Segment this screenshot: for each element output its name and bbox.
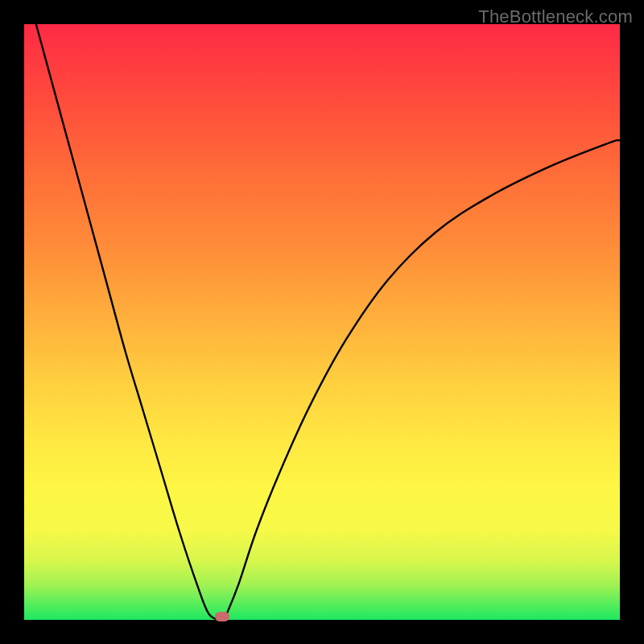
curve-left-branch bbox=[36, 24, 221, 620]
minimum-marker bbox=[215, 612, 229, 621]
watermark-text: TheBottleneck.com bbox=[478, 6, 633, 27]
chart-container: TheBottleneck.com bbox=[0, 0, 644, 644]
bottleneck-curve bbox=[24, 24, 620, 620]
curve-right-branch bbox=[221, 140, 620, 620]
plot-area bbox=[24, 24, 620, 620]
